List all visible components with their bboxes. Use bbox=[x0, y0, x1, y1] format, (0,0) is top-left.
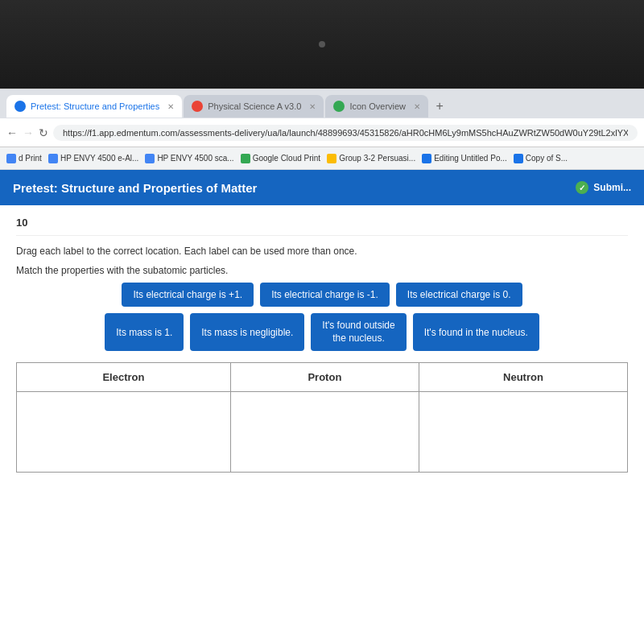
tab-icon-overview[interactable]: Icon Overview ✕ bbox=[325, 95, 428, 118]
page-content: 10 Drag each label to the correct locati… bbox=[0, 205, 644, 644]
bookmark-hp1-icon bbox=[48, 154, 58, 163]
bookmark-print-label: d Print bbox=[19, 154, 42, 163]
instruction-match: Match the properties with the subatomic … bbox=[16, 263, 628, 278]
question-number: 10 bbox=[16, 217, 628, 236]
tab-pretest-close[interactable]: ✕ bbox=[167, 102, 174, 111]
bookmark-hp2-label: HP ENVY 4500 sca... bbox=[157, 154, 233, 163]
label-found-inside[interactable]: It's found in the nucleus. bbox=[413, 313, 539, 351]
electron-cell[interactable] bbox=[17, 392, 231, 473]
bookmark-group-label: Group 3-2 Persuasi... bbox=[339, 154, 415, 163]
bookmark-editing[interactable]: Editing Untitled Po... bbox=[422, 154, 507, 163]
new-tab-button[interactable]: + bbox=[430, 97, 449, 116]
bookmark-gcp-icon bbox=[241, 154, 250, 163]
tab-icon-icon bbox=[333, 101, 345, 112]
bookmark-gcp[interactable]: Google Cloud Print bbox=[241, 154, 321, 163]
tab-bar: Pretest: Structure and Properties ✕ Phys… bbox=[0, 89, 644, 118]
reload-button[interactable]: ↻ bbox=[39, 126, 48, 139]
label-found-outside[interactable]: It's found outside the nucleus. bbox=[311, 313, 406, 351]
submit-check-icon: ✓ bbox=[576, 181, 588, 194]
col-electron: Electron bbox=[17, 363, 231, 392]
address-bar: ← → ↻ bbox=[0, 118, 644, 147]
bookmark-print[interactable]: d Print bbox=[6, 154, 42, 163]
bookmark-gcp-label: Google Cloud Print bbox=[253, 154, 321, 163]
bookmark-editing-label: Editing Untitled Po... bbox=[434, 154, 507, 163]
tab-pretest-label: Pretest: Structure and Properties bbox=[31, 101, 159, 111]
tab-icon-close[interactable]: ✕ bbox=[414, 102, 420, 111]
submit-button[interactable]: ✓ Submi... bbox=[576, 181, 631, 194]
page-header: Pretest: Structure and Properties of Mat… bbox=[0, 170, 644, 205]
label-charge-plus1[interactable]: Its electrical charge is +1. bbox=[122, 283, 254, 307]
camera-bar bbox=[0, 0, 644, 89]
proton-cell[interactable] bbox=[230, 392, 419, 473]
bookmark-group[interactable]: Group 3-2 Persuasi... bbox=[327, 154, 415, 163]
camera-dot bbox=[319, 41, 325, 47]
label-mass-negligible[interactable]: Its mass is negligible. bbox=[190, 313, 304, 351]
bookmark-group-icon bbox=[327, 154, 336, 163]
browser-chrome: Pretest: Structure and Properties ✕ Phys… bbox=[0, 89, 644, 170]
tab-physical-icon bbox=[192, 101, 203, 112]
particles-table: Electron Proton Neutron bbox=[16, 362, 628, 473]
tab-physical-close[interactable]: ✕ bbox=[309, 102, 316, 111]
col-neutron: Neutron bbox=[419, 363, 627, 392]
address-input[interactable] bbox=[53, 125, 638, 141]
labels-row-2: Its mass is 1. Its mass is negligible. I… bbox=[16, 313, 628, 351]
tab-icon-label: Icon Overview bbox=[349, 101, 406, 111]
bookmark-print-icon bbox=[6, 154, 16, 163]
col-proton: Proton bbox=[230, 363, 419, 392]
tab-pretest-icon bbox=[14, 101, 26, 112]
labels-row-1: Its electrical charge is +1. Its electri… bbox=[16, 283, 628, 307]
tab-physical[interactable]: Physical Science A v3.0 ✕ bbox=[184, 95, 324, 118]
bookmarks-bar: d Print HP ENVY 4500 e-Al... HP ENVY 450… bbox=[0, 147, 644, 170]
bookmark-copy-icon bbox=[514, 154, 523, 163]
tab-pretest[interactable]: Pretest: Structure and Properties ✕ bbox=[6, 95, 182, 118]
label-charge-minus1[interactable]: Its electrical charge is -1. bbox=[260, 283, 390, 307]
bookmark-hp1-label: HP ENVY 4500 e-Al... bbox=[60, 154, 138, 163]
label-charge-zero[interactable]: Its electrical charge is 0. bbox=[396, 283, 522, 307]
tab-physical-label: Physical Science A v3.0 bbox=[208, 101, 301, 111]
back-button[interactable]: ← bbox=[6, 126, 18, 139]
instruction-drag: Drag each label to the correct location.… bbox=[16, 244, 628, 258]
bookmark-copy-label: Copy of S... bbox=[526, 154, 568, 163]
label-mass-1[interactable]: Its mass is 1. bbox=[105, 313, 184, 351]
bookmark-editing-icon bbox=[422, 154, 431, 163]
neutron-cell[interactable] bbox=[419, 392, 627, 473]
table-row bbox=[17, 392, 628, 473]
bookmark-hp1[interactable]: HP ENVY 4500 e-Al... bbox=[48, 154, 138, 163]
bookmark-hp2[interactable]: HP ENVY 4500 sca... bbox=[145, 154, 233, 163]
submit-label: Submi... bbox=[593, 182, 631, 193]
page-title: Pretest: Structure and Properties of Mat… bbox=[13, 181, 257, 195]
bookmark-copy[interactable]: Copy of S... bbox=[514, 154, 568, 163]
forward-button[interactable]: → bbox=[23, 126, 34, 139]
bookmark-hp2-icon bbox=[145, 154, 155, 163]
